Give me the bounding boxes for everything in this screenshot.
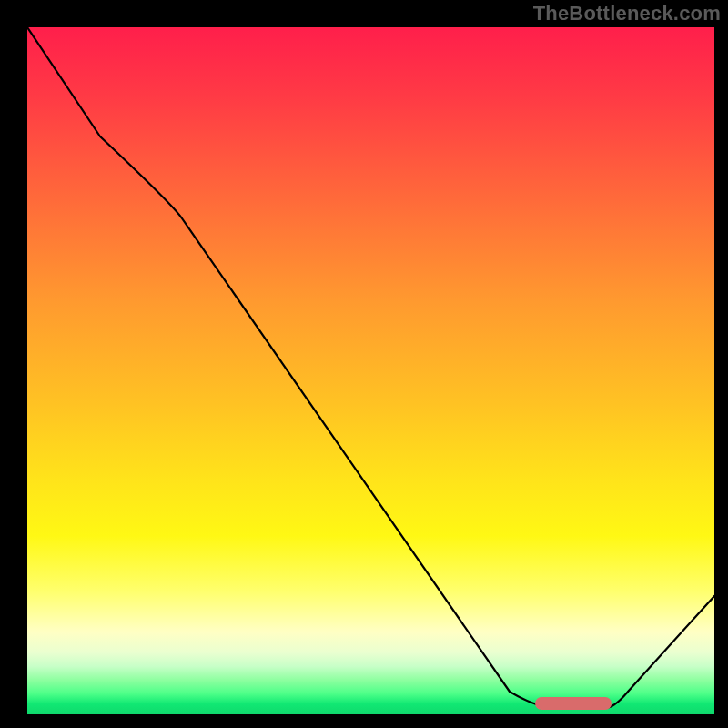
watermark-text: TheBottleneck.com: [533, 2, 721, 25]
plot-area: [27, 27, 714, 714]
optimum-marker: [535, 697, 612, 710]
chart-frame: TheBottleneck.com: [0, 0, 728, 728]
curve-path: [27, 27, 714, 708]
bottleneck-curve: [27, 27, 714, 714]
